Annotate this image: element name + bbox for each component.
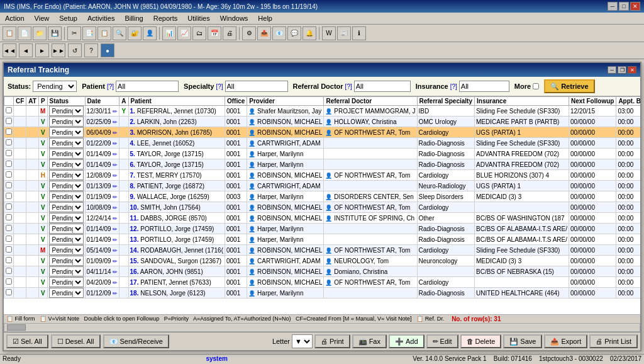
tb-btn-12[interactable]: 📈 — [177, 26, 191, 40]
retrieve-button[interactable]: 🔍 Retrieve — [544, 79, 594, 93]
edit-icon[interactable]: ✏ — [113, 119, 118, 125]
nav-next[interactable]: ► — [35, 43, 49, 57]
menu-view[interactable]: View — [32, 14, 52, 23]
nav-last[interactable]: ►► — [52, 43, 65, 57]
specialty-input[interactable] — [225, 81, 288, 92]
cell-patient[interactable]: 12. PORTILLO, Jorge (17459) — [128, 224, 225, 234]
col-referral-doctor[interactable]: Referral Doctor — [324, 97, 417, 106]
row-checkbox[interactable] — [6, 246, 12, 253]
status-dropdown[interactable]: Pending — [49, 213, 84, 223]
cell-patient[interactable]: 17. PATIENT, Jennet (57633) — [128, 277, 225, 288]
menu-reports[interactable]: Reports — [151, 14, 180, 23]
cell-select[interactable] — [4, 117, 14, 127]
tb-btn-11[interactable]: 📊 — [162, 26, 176, 40]
cell-patient[interactable]: 1. REFERRAL, Jennet (10730) — [128, 106, 225, 117]
cell-status[interactable]: Pending — [47, 149, 85, 159]
table-row[interactable]: V Pending 01/14/09 ✏ 5. TAYLOR, Jorge (1… — [4, 149, 641, 159]
row-number[interactable]: 2. — [130, 118, 135, 125]
cell-patient[interactable]: 3. MORRISON, John (16785) — [128, 127, 225, 138]
cell-patient[interactable]: 11. DABBS, JORGE (8570) — [128, 213, 225, 224]
print-button[interactable]: 🖨 Print — [314, 334, 350, 348]
cell-status[interactable]: Pending — [47, 288, 85, 299]
edit-icon[interactable]: ✏ — [113, 173, 118, 179]
row-number[interactable]: 14. — [130, 247, 139, 254]
edit-icon[interactable]: ✏ — [113, 108, 118, 115]
tb-btn-10[interactable]: 👤 — [143, 26, 157, 40]
edit-icon[interactable]: ✏ — [113, 269, 118, 275]
tb-btn-19[interactable]: 💬 — [287, 26, 301, 40]
save-button[interactable]: 💾 Save — [503, 334, 542, 348]
table-row[interactable]: M Pending 05/14/09 ✏ 14. RODABAUGH, Jenn… — [4, 245, 641, 256]
specialty-hint[interactable]: [?] — [216, 83, 223, 90]
row-checkbox[interactable] — [6, 193, 12, 199]
cell-patient[interactable]: 2. LARKIN, John (2263) — [128, 117, 225, 127]
edit-icon[interactable]: ✏ — [113, 237, 118, 243]
minimize-button[interactable]: ─ — [608, 2, 618, 11]
tb-btn-3[interactable]: 📁 — [33, 26, 47, 40]
cell-status[interactable]: Pending — [47, 234, 85, 245]
col-next-followup[interactable]: Next Followup — [569, 97, 616, 106]
menu-help[interactable]: Help — [255, 14, 275, 23]
cell-status[interactable]: Pending — [47, 213, 85, 224]
cell-select[interactable] — [4, 191, 14, 202]
status-dropdown[interactable]: Pending — [49, 234, 84, 244]
cell-status[interactable]: Pending — [47, 245, 85, 256]
row-checkbox[interactable] — [6, 118, 12, 124]
status-dropdown[interactable]: Pending — [49, 277, 84, 287]
status-dropdown[interactable]: Pending — [49, 245, 84, 255]
table-row[interactable]: V Pending 12/24/14 ✏ 11. DABBS, JORGE (8… — [4, 213, 641, 224]
status-dropdown[interactable]: Pending — [49, 288, 84, 298]
export-button[interactable]: 📤 Export — [544, 334, 587, 348]
status-dropdown[interactable]: Pending — [49, 149, 84, 159]
row-checkbox[interactable] — [6, 214, 12, 220]
cell-status[interactable]: Pending — [47, 106, 85, 117]
nav-prev[interactable]: ◄ — [19, 43, 33, 57]
cell-status[interactable]: Pending — [47, 170, 85, 181]
cell-status[interactable]: Pending — [47, 224, 85, 234]
row-checkbox[interactable] — [6, 128, 12, 135]
row-checkbox[interactable] — [6, 289, 12, 295]
row-checkbox[interactable] — [6, 182, 12, 188]
row-number[interactable]: 12. — [130, 225, 139, 232]
row-number[interactable]: 17. — [130, 279, 139, 286]
maximize-button[interactable]: □ — [619, 2, 629, 11]
cell-status[interactable]: Pending — [47, 181, 85, 191]
table-row[interactable]: V Pending 01/22/09 ✏ 4. LEE, Jennet (160… — [4, 138, 641, 149]
edit-icon[interactable]: ✏ — [113, 215, 118, 222]
cell-patient[interactable]: 10. SMITH, John (17564) — [128, 202, 225, 213]
cell-status[interactable]: Pending — [47, 277, 85, 288]
status-dropdown[interactable]: Pending — [49, 138, 84, 148]
table-row[interactable]: V Pending 01/13/09 ✏ 8. PATIENT, Jorge (… — [4, 181, 641, 191]
tb-btn-2[interactable]: 📄 — [18, 26, 31, 40]
tb-btn-23[interactable]: ℹ — [352, 26, 366, 40]
cell-status[interactable]: Pending — [47, 256, 85, 266]
col-status[interactable]: Status — [47, 97, 85, 106]
tb-btn-14[interactable]: 📅 — [208, 26, 221, 40]
rt-restore[interactable]: ❐ — [618, 66, 626, 74]
cell-select[interactable] — [4, 181, 14, 191]
cell-patient[interactable]: 15. SANDOVAL, Surgon (12367) — [128, 256, 225, 266]
cell-select[interactable] — [4, 288, 14, 299]
menu-billing[interactable]: Billing — [122, 14, 145, 23]
cell-select[interactable] — [4, 245, 14, 256]
edit-icon[interactable]: ✏ — [113, 162, 118, 168]
tb-btn-22[interactable]: 📰 — [337, 26, 351, 40]
menu-activities[interactable]: Activities — [85, 14, 117, 23]
nav-info[interactable]: ● — [101, 43, 114, 57]
row-checkbox[interactable] — [6, 278, 12, 285]
insurance-hint[interactable]: [?] — [450, 83, 457, 90]
edit-icon[interactable]: ✏ — [113, 151, 118, 157]
status-dropdown[interactable]: Pending — [49, 106, 84, 116]
table-row[interactable]: H Pending 12/08/09 ✏ 7. TEST, MERRY (175… — [4, 170, 641, 181]
cell-status[interactable]: Pending — [47, 127, 85, 138]
table-row[interactable]: V Pending 01/14/09 ✏ 13. PORTILLO, Jorge… — [4, 234, 641, 245]
cell-patient[interactable]: 9. WALLACE, Jorge (16259) — [128, 191, 225, 202]
table-row[interactable]: V Pending 10/08/09 ✏ 10. SMITH, John (17… — [4, 202, 641, 213]
tb-btn-7[interactable]: 📋 — [97, 26, 111, 40]
tb-btn-9[interactable]: 🔐 — [128, 26, 142, 40]
row-checkbox[interactable] — [6, 268, 12, 274]
col-at[interactable]: AT — [26, 97, 39, 106]
cell-status[interactable]: Pending — [47, 266, 85, 277]
edit-icon[interactable]: ✏ — [113, 280, 118, 286]
status-dropdown[interactable]: Pending — [49, 170, 84, 180]
